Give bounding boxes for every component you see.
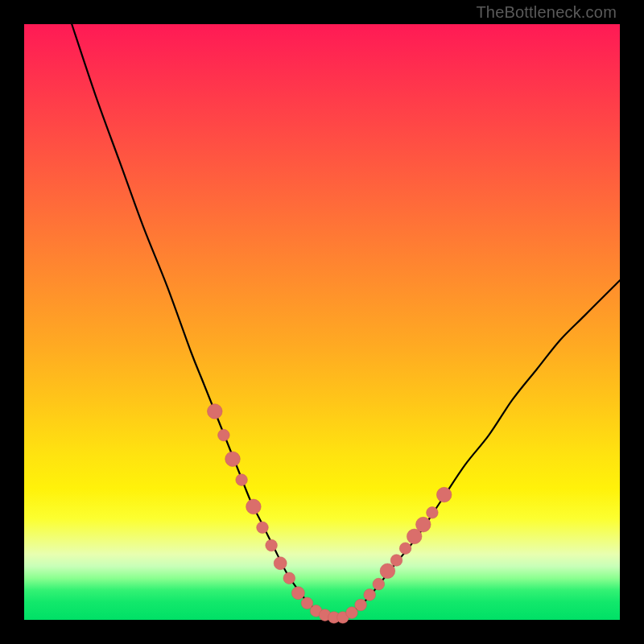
curve-marker [364,589,376,601]
curve-marker [208,404,223,419]
curve-marker [291,587,304,600]
curve-marker [380,564,395,579]
curve-marker [236,474,248,486]
curve-marker [246,499,262,514]
curve-marker [373,578,385,590]
curve-marker [390,555,402,567]
curve-marker [427,507,439,519]
curve-marker [274,557,287,570]
curve-marker [355,599,367,611]
chart-svg [24,24,620,620]
curve-marker [283,572,295,584]
curve-marker [416,517,431,532]
curve-markers [208,404,452,624]
watermark-text: TheBottleneck.com [476,3,617,22]
curve-marker [436,487,452,502]
curve-marker [266,539,278,551]
curve-marker [225,452,241,467]
plot-area [24,24,620,620]
curve-marker [399,543,411,555]
curve-marker [218,429,230,441]
curve-marker [257,522,269,534]
chart-frame: TheBottleneck.com [0,0,644,644]
bottleneck-curve [72,24,620,618]
